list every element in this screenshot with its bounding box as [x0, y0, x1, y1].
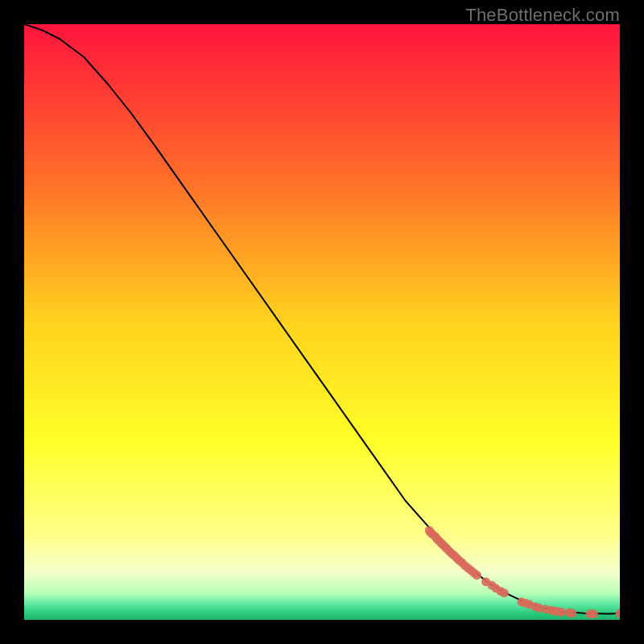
plot-area [24, 24, 620, 620]
gradient-background [24, 24, 620, 620]
watermark-text: TheBottleneck.com [465, 5, 620, 26]
data-point [568, 609, 576, 617]
data-point [500, 588, 509, 597]
data-point [473, 571, 481, 580]
chart-frame: TheBottleneck.com [0, 0, 644, 644]
data-point [557, 608, 566, 617]
data-point [589, 609, 598, 618]
chart-svg [24, 24, 620, 620]
